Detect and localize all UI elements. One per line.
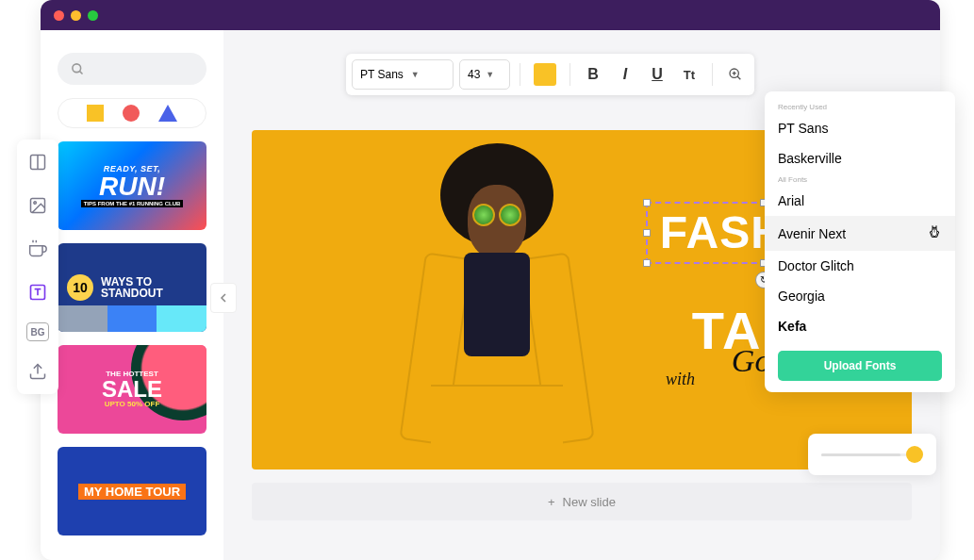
text-case-button[interactable]: Tt xyxy=(676,61,702,88)
window-titlebar xyxy=(41,0,940,30)
template-thumb[interactable]: THE HOTTEST SALE UPTO 50% OFF xyxy=(58,345,206,434)
font-size-value: 43 xyxy=(468,68,480,81)
font-name: Avenir Next xyxy=(778,226,846,241)
text-case-icon: Tt xyxy=(684,68,695,82)
text-toolbar: PT Sans ▼ 43 ▼ B I U Tt xyxy=(346,54,754,95)
bg-label: BG xyxy=(31,327,45,338)
divider xyxy=(712,63,713,86)
slider-knob[interactable] xyxy=(906,446,923,463)
slider-fill xyxy=(821,453,900,456)
italic-button[interactable]: I xyxy=(612,61,638,88)
font-option[interactable]: Arial xyxy=(765,186,955,216)
model-photo xyxy=(365,130,629,469)
thumb-text: SALE xyxy=(102,378,162,401)
upload-fonts-button[interactable]: Upload Fonts xyxy=(778,351,942,381)
font-family-value: PT Sans xyxy=(360,68,404,81)
resize-handle[interactable] xyxy=(643,229,651,237)
underline-icon: U xyxy=(652,66,663,83)
font-name: Doctor Glitch xyxy=(778,258,854,273)
maximize-window-icon[interactable] xyxy=(88,10,98,21)
template-thumb[interactable]: READY, SET, RUN! TIPS FROM THE #1 RUNNIN… xyxy=(58,141,206,230)
template-thumb[interactable]: 10 WAYS TO STANDOUT xyxy=(58,243,206,332)
cursor-icon xyxy=(927,223,942,243)
triangle-shape-icon[interactable] xyxy=(158,105,177,122)
font-option[interactable]: Avenir Next xyxy=(765,216,955,251)
font-option[interactable]: Kefa xyxy=(765,311,955,341)
layout-tool-icon[interactable] xyxy=(25,149,51,175)
svg-line-1 xyxy=(79,71,82,74)
search-input[interactable] xyxy=(58,53,206,85)
divider xyxy=(520,63,520,86)
font-option[interactable]: Doctor Glitch xyxy=(765,251,955,281)
thumb-text: UPTO 50% OFF xyxy=(105,401,160,408)
left-sidebar: READY, SET, RUN! TIPS FROM THE #1 RUNNIN… xyxy=(41,30,223,560)
zoom-slider[interactable] xyxy=(808,434,936,475)
font-option[interactable]: Baskerville xyxy=(765,143,955,173)
bold-button[interactable]: B xyxy=(580,61,606,88)
coffee-tool-icon[interactable] xyxy=(25,236,51,262)
thumb-text: MY HOME TOUR xyxy=(78,484,186,500)
background-tool-icon[interactable]: BG xyxy=(26,322,49,341)
font-dropdown-panel: Recently Used PT Sans Baskerville All Fo… xyxy=(765,91,955,392)
zoom-button[interactable] xyxy=(722,61,749,88)
add-slide-label: New slide xyxy=(563,495,616,509)
add-slide-button[interactable]: + New slide xyxy=(252,483,912,520)
divider xyxy=(570,63,570,86)
resize-handle[interactable] xyxy=(643,259,651,267)
magnifier-plus-icon xyxy=(728,67,743,82)
chevron-left-icon xyxy=(220,293,227,303)
svg-point-9 xyxy=(34,202,37,205)
image-tool-icon[interactable] xyxy=(25,192,51,219)
collapse-sidebar-button[interactable] xyxy=(210,283,237,313)
text-tool-icon[interactable] xyxy=(25,279,51,305)
thumb-text: STANDOUT xyxy=(101,288,163,299)
canvas-text[interactable]: with xyxy=(666,370,695,389)
font-section-label: All Fonts xyxy=(765,173,955,186)
font-size-select[interactable]: 43 ▼ xyxy=(459,59,510,90)
text-color-swatch[interactable] xyxy=(534,63,556,86)
font-name: Georgia xyxy=(778,288,825,304)
circle-shape-icon[interactable] xyxy=(123,105,140,122)
template-thumbnails: READY, SET, RUN! TIPS FROM THE #1 RUNNIN… xyxy=(58,141,206,535)
thumb-badge: 10 xyxy=(67,274,93,301)
italic-icon: I xyxy=(623,66,627,83)
resize-handle[interactable] xyxy=(643,199,651,206)
shape-picker xyxy=(58,98,206,128)
font-name: Kefa xyxy=(778,319,806,334)
plus-icon: + xyxy=(548,495,555,509)
svg-point-0 xyxy=(73,63,81,72)
font-name: PT Sans xyxy=(778,121,828,136)
thumb-text: RUN! xyxy=(99,173,165,200)
tool-rail: BG xyxy=(17,140,58,394)
bold-icon: B xyxy=(587,66,599,83)
font-family-select[interactable]: PT Sans ▼ xyxy=(352,59,454,90)
thumb-text: TIPS FROM THE #1 RUNNING CLUB xyxy=(81,200,184,207)
font-name: Arial xyxy=(778,193,804,208)
font-name: Baskerville xyxy=(778,151,842,166)
minimize-window-icon[interactable] xyxy=(71,10,81,21)
template-thumb[interactable]: MY HOME TOUR xyxy=(58,447,206,535)
close-window-icon[interactable] xyxy=(54,10,64,21)
font-option[interactable]: PT Sans xyxy=(765,113,955,143)
underline-button[interactable]: U xyxy=(644,61,670,88)
chevron-down-icon: ▼ xyxy=(486,70,494,79)
square-shape-icon[interactable] xyxy=(87,105,104,122)
svg-line-3 xyxy=(737,76,740,79)
upload-tool-icon[interactable] xyxy=(25,358,51,385)
font-option[interactable]: Georgia xyxy=(765,281,955,311)
search-icon xyxy=(71,62,85,76)
chevron-down-icon: ▼ xyxy=(411,70,420,79)
font-section-label: Recently Used xyxy=(765,101,955,113)
